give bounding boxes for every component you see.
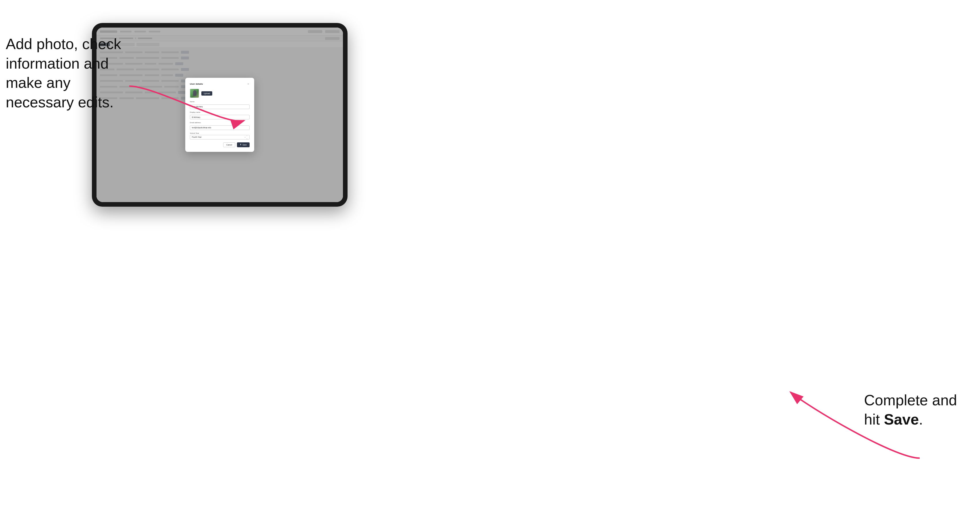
modal-title: User details <box>190 83 203 85</box>
school-year-value: Fourth Year <box>192 136 202 138</box>
close-icon[interactable]: × <box>247 83 250 85</box>
name-label: Name <box>190 101 250 103</box>
display-name-input[interactable] <box>190 115 250 119</box>
display-name-field-group: Display name <box>190 111 250 120</box>
app-background: User details × Upload Name <box>97 27 343 202</box>
name-input[interactable] <box>190 105 250 109</box>
email-label: Email address <box>190 122 250 124</box>
display-name-label: Display name <box>190 111 250 113</box>
select-controls: × ⌃⌄ <box>244 135 248 139</box>
photo-image <box>190 89 199 98</box>
school-year-field-group: School Year Fourth Year × ⌃⌄ <box>190 132 250 140</box>
school-year-label: School Year <box>190 132 250 134</box>
modal-footer: Cancel ⬆ Save <box>190 142 250 147</box>
save-icon: ⬆ <box>240 143 242 146</box>
cancel-button[interactable]: Cancel <box>223 142 235 147</box>
school-year-select[interactable]: Fourth Year × ⌃⌄ <box>190 135 250 140</box>
email-field-group: Email address <box>190 122 250 130</box>
clear-icon[interactable]: × <box>244 137 246 138</box>
modal-overlay: User details × Upload Name <box>97 27 343 202</box>
email-input[interactable] <box>190 125 250 130</box>
tablet-device: User details × Upload Name <box>92 23 348 207</box>
chevron-icon[interactable]: ⌃⌄ <box>246 135 248 139</box>
photo-section: Upload <box>190 89 250 98</box>
annotation-left: Add photo, check information and make an… <box>6 35 121 112</box>
photo-thumbnail <box>190 89 199 98</box>
user-details-modal: User details × Upload Name <box>185 78 254 152</box>
upload-button[interactable]: Upload <box>201 91 212 95</box>
tablet-screen: User details × Upload Name <box>97 27 343 202</box>
save-button-label: Save <box>242 144 247 146</box>
annotation-right: Complete and hit Save. <box>864 390 957 429</box>
modal-header: User details × <box>190 83 250 85</box>
name-field-group: Name <box>190 101 250 109</box>
save-button[interactable]: ⬆ Save <box>237 142 250 147</box>
